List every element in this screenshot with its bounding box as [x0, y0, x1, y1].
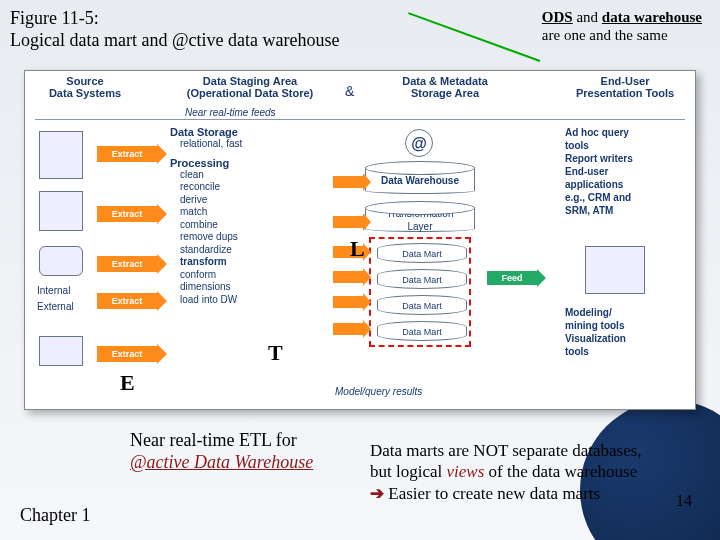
etl-t-label: T: [268, 340, 283, 366]
data-warehouse-cylinder: Data Warehouse: [365, 166, 475, 194]
model-query-label: Model/query results: [335, 386, 422, 397]
processing-hdr: Processing: [170, 157, 330, 169]
at-icon: @: [405, 129, 433, 157]
etl-l-label: L: [350, 236, 365, 262]
callout-ods: ODS: [542, 9, 573, 25]
realtime-note: Near real-time feeds: [185, 107, 276, 118]
feed-arrow: Feed: [487, 271, 537, 285]
figure-title: Figure 11-5: Logical data mart and @ctiv…: [10, 8, 339, 51]
source-server-icon: [39, 131, 83, 179]
data-mart-2: Data Mart: [377, 269, 467, 289]
bottom-right-caption: Data marts are NOT separate databases, b…: [370, 440, 710, 504]
load-arrow-5: [333, 296, 363, 308]
source-db-icon: [39, 246, 83, 276]
source-pc-icon: [39, 191, 83, 231]
storage-hdr: Data Storage: [170, 126, 330, 138]
divider: [35, 119, 685, 120]
load-arrow-2: [333, 216, 363, 228]
storage-sub: relational, fast: [180, 138, 330, 151]
br-line3: ➔ Easier to create new data marts: [370, 483, 710, 504]
br-line2: but logical views of the data warehouse: [370, 461, 710, 482]
callout-line1: ODS and data warehouse: [542, 8, 702, 26]
internal-label: Internal: [37, 285, 70, 296]
ods-callout: ODS and data warehouse are one and the s…: [542, 8, 702, 44]
extract-arrow-5: Extract: [97, 346, 157, 362]
data-mart-3: Data Mart: [377, 295, 467, 315]
bottom-left-caption: Near real-time ETL for @active Data Ware…: [130, 430, 313, 473]
extract-arrow-2: Extract: [97, 206, 157, 222]
col-staging: Data Staging Area(Operational Data Store…: [170, 75, 330, 99]
extract-arrow-3: Extract: [97, 256, 157, 272]
transformation-cylinder: TransformationLayer: [365, 206, 475, 232]
data-mart-stack: Data Mart Data Mart Data Mart Data Mart: [369, 237, 471, 347]
bl-line2: @active Data Warehouse: [130, 452, 313, 474]
extract-arrow-4: Extract: [97, 293, 157, 309]
title-line1: Figure 11-5:: [10, 8, 339, 30]
title-line2: Logical data mart and @ctive data wareho…: [10, 30, 339, 52]
load-arrow-1: [333, 176, 363, 188]
ampersand: &: [345, 83, 354, 99]
col-enduser: End-UserPresentation Tools: [565, 75, 685, 99]
source-chart-icon: [39, 336, 83, 366]
load-arrow-6: [333, 323, 363, 335]
data-mart-1: Data Mart: [377, 243, 467, 263]
callout-and: and: [573, 9, 602, 25]
bl-line1: Near real-time ETL for: [130, 430, 313, 452]
chapter-label: Chapter 1: [20, 505, 90, 526]
load-arrow-4: [333, 271, 363, 283]
callout-dw: data warehouse: [602, 9, 702, 25]
processing-box: Data Storage relational, fast Processing…: [170, 126, 330, 356]
external-label: External: [37, 301, 74, 312]
end-user-tools-1: Ad hoc querytoolsReport writers End-user…: [565, 126, 685, 217]
callout-pointer: [408, 12, 540, 62]
extract-arrow-1: Extract: [97, 146, 157, 162]
processing-items: cleanreconcilederive matchcombineremove …: [180, 169, 330, 307]
col-storage: Data & MetadataStorage Area: [365, 75, 525, 99]
col-source: SourceData Systems: [35, 75, 135, 99]
callout-line2: are one and the same: [542, 26, 702, 44]
data-mart-4: Data Mart: [377, 321, 467, 341]
page-number: 14: [676, 492, 692, 510]
end-user-tools-2: Modeling/mining toolsVisualizationtools: [565, 306, 685, 358]
etl-e-label: E: [120, 370, 135, 396]
br-line1: Data marts are NOT separate databases,: [370, 440, 710, 461]
monitor-icon: [585, 246, 645, 294]
